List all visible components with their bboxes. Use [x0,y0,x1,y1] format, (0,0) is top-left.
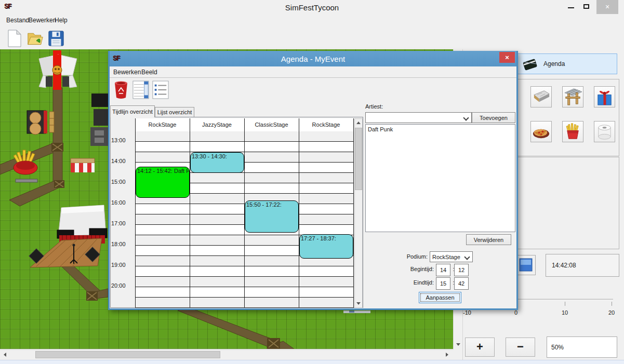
dialog-title: Agenda - MyEvent [110,55,516,63]
agenda-dialog: SF Agenda - MyEvent × BewerkenBeeld Tijd… [108,51,518,310]
dialog-menu-item-beeld[interactable]: Beeld [141,69,157,76]
map-horizontal-scrollbar[interactable] [0,349,453,359]
save-button[interactable] [48,29,64,48]
stage-gate-icon [563,87,583,107]
trash-button[interactable] [113,80,129,99]
slider-tick-label: 0 [514,309,517,316]
tab-list-overview[interactable]: Lijst overzicht [155,107,194,117]
tab-timeline-overview[interactable]: Tijdlijn overzicht [110,105,155,117]
open-file-button[interactable] [27,29,44,48]
remove-artist-button[interactable]: Verwijderen [466,234,511,245]
fries-icon [563,122,583,142]
grid-vline [299,118,299,308]
schedule-scroll-thumb[interactable] [355,128,362,190]
artist-listbox[interactable]: Daft Punk [365,124,515,232]
toilet-paper-icon [594,122,615,142]
apply-button[interactable]: Aanpassen [419,292,461,303]
artist-combobox[interactable] [365,112,472,123]
podium-combobox[interactable]: RockStage [430,251,473,262]
schedule-event[interactable]: 14:12 - 15:42: Daft Punk [136,167,190,198]
close-button[interactable]: × [596,0,618,14]
time-label-16-00: 16:00 [111,199,134,206]
tent [39,55,77,88]
column-header-jazzystage: JazzyStage [190,118,244,131]
toilet-paper-item-button[interactable] [594,121,615,142]
agenda-button[interactable]: Agenda [516,53,617,74]
column-header-rockstage: RockStage [135,118,190,131]
scroll-down-icon[interactable] [356,302,361,305]
end-hour-field[interactable]: 15 [436,277,450,290]
new-file-button[interactable] [6,29,23,48]
zoom-in-button[interactable]: + [465,338,495,357]
scroll-left-icon[interactable] [4,353,6,357]
dialog-close-button[interactable]: × [499,52,515,63]
burger-stand [27,111,54,134]
time-label-19-00: 19:00 [111,262,134,268]
dialog-menubar: BewerkenBeeld [110,66,516,78]
minimize-icon [568,7,574,8]
striped-stand [71,158,95,172]
schedule-vertical-scrollbar[interactable] [354,118,363,308]
clock-display: 14:42:08 [546,254,619,277]
scroll-right-icon[interactable] [446,353,448,357]
gift-item-button[interactable] [594,86,615,107]
road-icon [531,87,551,107]
column-header-rockstage: RockStage [299,118,353,131]
menu-item-bewerken[interactable]: Bewerken [29,17,56,24]
begin-time-label: Begintijd: [382,266,434,272]
schedule-event[interactable]: 13:30 - 14:30: [190,152,244,173]
fries-stand [14,150,37,182]
time-label-20-00: 20:00 [111,282,134,289]
horizontal-scroll-thumb[interactable] [35,351,220,358]
slider-tick-mark [565,302,565,306]
stage-gate-item-button[interactable] [562,86,583,107]
road-item-button[interactable] [530,86,552,107]
grid-vline [190,118,190,308]
zoom-level-field[interactable]: 50% [547,336,617,358]
schedule-event[interactable]: 17:27 - 18:37: [299,234,353,259]
scroll-up-icon[interactable] [356,122,361,124]
slider-tick-mark [612,302,612,306]
agenda-button-label: Agenda [543,60,565,68]
artist-label: Artiest: [365,103,383,110]
end-minute-field[interactable]: 42 [454,277,469,290]
main-stage [29,205,107,267]
pizza-item-button[interactable] [530,121,552,142]
fries-item-button[interactable] [562,121,583,142]
artist-list-item[interactable]: Daft Punk [366,125,515,134]
window-title: SimFestTycoon [0,3,624,12]
maximize-button[interactable] [580,3,593,12]
maximize-icon [583,4,589,9]
add-artist-button[interactable]: Toevoegen [472,112,515,123]
time-label-13-00: 13:00 [111,137,134,143]
time-label-17-00: 17:00 [111,220,134,226]
dialog-menu-item-bewerken[interactable]: Bewerken [113,69,141,76]
sound-equipment [90,93,108,146]
time-label-18-00: 18:00 [111,241,134,247]
grid-vline [353,118,354,308]
menu-item-bestand[interactable]: Bestand [6,17,29,24]
new-file-icon [6,29,23,48]
minimize-button[interactable] [564,3,578,12]
trash-icon [113,80,129,99]
scroll-down-icon[interactable] [456,343,460,346]
begin-hour-field[interactable]: 14 [436,264,450,276]
chevron-down-icon [463,115,469,120]
schedule-event[interactable]: 15:50 - 17:22: [245,200,299,232]
timeline-view-button[interactable] [132,80,149,99]
slider-tick-label: 20 [608,309,615,316]
menu-item-help[interactable]: Help [55,17,68,24]
begin-minute-field[interactable]: 12 [454,264,469,276]
end-time-label: Eindtijd: [382,279,434,286]
app-window: SF SimFestTycoon × BestandBewerkenHelp [0,0,624,364]
zoom-level-value: 50% [551,344,564,351]
column-header-classicstage: ClassicStage [244,118,299,131]
play-button[interactable] [516,255,536,275]
pizza-icon [531,122,551,142]
agenda-book-icon [522,56,538,73]
main-menubar: BestandBewerkenHelp [0,15,624,26]
zoom-out-button[interactable]: − [506,338,535,357]
dialog-titlebar[interactable]: SF Agenda - MyEvent × [110,51,516,66]
time-label-14-00: 14:00 [111,158,134,164]
list-view-button[interactable] [152,80,169,99]
